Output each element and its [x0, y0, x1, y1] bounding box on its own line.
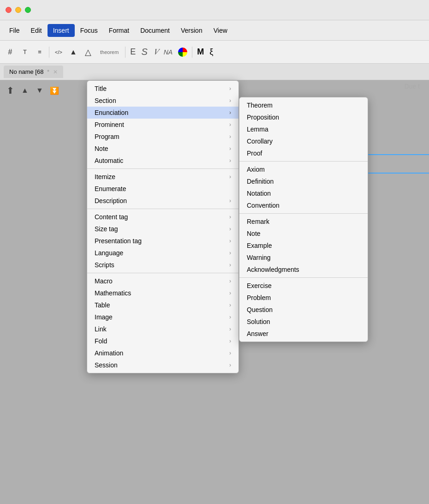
enunciation-theorem-label: Theorem — [247, 102, 360, 109]
insert-title-label: Title — [95, 85, 226, 92]
insert-title[interactable]: Title › — [87, 83, 238, 95]
insert-mathematics-arrow: › — [229, 290, 231, 296]
enunciation-acknowledgments-label: Acknowledgments — [247, 266, 360, 273]
toolbar-separator-3 — [192, 47, 192, 58]
insert-automatic[interactable]: Automatic › — [87, 155, 238, 167]
enunciation-note-label: Note — [247, 230, 360, 237]
insert-presentation-tag[interactable]: Presentation tag › — [87, 235, 238, 247]
triangle-up-icon[interactable]: ▲ — [18, 84, 31, 97]
tab-close-icon[interactable]: ✕ — [53, 69, 58, 75]
enunciation-definition[interactable]: Definition — [239, 175, 368, 187]
double-down-icon[interactable]: ⏬ — [48, 84, 61, 97]
toolbar-m: M — [195, 47, 206, 57]
insert-fold[interactable]: Fold › — [87, 335, 238, 347]
insert-section-label: Section — [95, 97, 226, 104]
menu-format[interactable]: Format — [103, 24, 135, 37]
tab-modified-indicator: * — [47, 68, 49, 75]
menu-version[interactable]: Version — [175, 24, 208, 37]
enunciation-proof[interactable]: Proof — [239, 147, 368, 159]
insert-section-arrow: › — [229, 97, 231, 104]
code-icon[interactable]: </> — [52, 46, 65, 59]
insert-scripts[interactable]: Scripts › — [87, 259, 238, 271]
arrow-up-icon[interactable]: ⬆ — [4, 84, 17, 97]
insert-macro[interactable]: Macro › — [87, 275, 238, 287]
insert-content-tag-arrow: › — [229, 214, 231, 220]
enunciation-notation-label: Notation — [247, 190, 360, 197]
enunciation-exercise[interactable]: Exercise — [239, 280, 368, 292]
toolbar-separator-2 — [125, 47, 125, 58]
insert-mathematics-label: Mathematics — [95, 289, 226, 297]
enunciation-question[interactable]: Question — [239, 304, 368, 316]
insert-prominent[interactable]: Prominent › — [87, 119, 238, 131]
up-arrow-icon[interactable]: ▲ — [67, 46, 80, 59]
enunciation-problem[interactable]: Problem — [239, 292, 368, 304]
insert-description-label: Description — [95, 197, 226, 204]
enunciation-note[interactable]: Note — [239, 228, 368, 240]
insert-note[interactable]: Note › — [87, 143, 238, 155]
menu-insert[interactable]: Insert — [48, 24, 75, 37]
insert-image[interactable]: Image › — [87, 311, 238, 323]
insert-itemize-arrow: › — [229, 174, 231, 180]
insert-scripts-arrow: › — [229, 262, 231, 268]
triangle-icon[interactable]: △ — [82, 46, 95, 59]
insert-enunciation[interactable]: Enunciation › — [87, 107, 238, 119]
triangle-down-icon[interactable]: ▼ — [33, 84, 46, 97]
insert-link[interactable]: Link › — [87, 323, 238, 335]
menu-document[interactable]: Document — [135, 24, 175, 37]
close-button[interactable] — [6, 7, 12, 13]
insert-language[interactable]: Language › — [87, 247, 238, 259]
enunciation-convention[interactable]: Convention — [239, 199, 368, 211]
enunciation-corollary-label: Corollary — [247, 138, 360, 145]
list-icon[interactable]: ≡ — [33, 46, 46, 59]
enunciation-warning-label: Warning — [247, 254, 360, 261]
insert-itemize[interactable]: Itemize › — [87, 171, 238, 183]
insert-enumerate[interactable]: Enumerate — [87, 183, 238, 195]
menu-focus[interactable]: Focus — [75, 24, 103, 37]
enunciation-corollary[interactable]: Corollary — [239, 135, 368, 147]
enunciation-axiom[interactable]: Axiom — [239, 163, 368, 175]
insert-enunciation-label: Enunciation — [95, 109, 226, 116]
toolbar-math: E — [128, 47, 137, 57]
insert-description-arrow: › — [229, 198, 231, 204]
enunciation-question-label: Question — [247, 306, 360, 313]
insert-program-arrow: › — [229, 133, 231, 140]
insert-content-tag-label: Content tag — [95, 213, 226, 221]
enunciation-proof-label: Proof — [247, 150, 360, 157]
tab-area: No name [68 * ✕ — [0, 64, 429, 80]
menu-view[interactable]: View — [208, 24, 233, 37]
insert-table-arrow: › — [229, 302, 231, 308]
maximize-button[interactable] — [25, 7, 31, 13]
enunciation-proposition[interactable]: Proposition — [239, 111, 368, 123]
enunciation-answer[interactable]: Answer — [239, 328, 368, 340]
enunciation-warning[interactable]: Warning — [239, 252, 368, 264]
insert-content-tag[interactable]: Content tag › — [87, 211, 238, 223]
enunciation-remark[interactable]: Remark — [239, 216, 368, 228]
insert-language-label: Language — [95, 249, 226, 257]
minimize-button[interactable] — [15, 7, 21, 13]
insert-description[interactable]: Description › — [87, 195, 238, 207]
insert-animation[interactable]: Animation › — [87, 347, 238, 359]
enunciation-lemma[interactable]: Lemma — [239, 123, 368, 135]
enunciation-solution[interactable]: Solution — [239, 316, 368, 328]
enunciation-theorem[interactable]: Theorem — [239, 99, 368, 111]
document-tab[interactable]: No name [68 * ✕ — [4, 66, 63, 78]
insert-program[interactable]: Program › — [87, 131, 238, 143]
insert-animation-label: Animation — [95, 349, 226, 357]
insert-mathematics[interactable]: Mathematics › — [87, 287, 238, 299]
insert-link-arrow: › — [229, 326, 231, 332]
insert-presentation-tag-arrow: › — [229, 238, 231, 244]
enunciation-notation[interactable]: Notation — [239, 187, 368, 199]
enunciation-remark-label: Remark — [247, 218, 360, 225]
traffic-lights — [6, 7, 31, 13]
menu-edit[interactable]: Edit — [25, 24, 48, 37]
insert-session[interactable]: Session › — [87, 359, 238, 371]
insert-section[interactable]: Section › — [87, 95, 238, 107]
insert-size-tag[interactable]: Size tag › — [87, 223, 238, 235]
insert-table[interactable]: Table › — [87, 299, 238, 311]
text-icon[interactable]: T — [18, 46, 31, 59]
insert-presentation-tag-label: Presentation tag — [95, 237, 226, 245]
grid-icon[interactable]: # — [4, 46, 17, 59]
menu-file[interactable]: File — [4, 24, 25, 37]
enunciation-example[interactable]: Example — [239, 240, 368, 252]
enunciation-acknowledgments[interactable]: Acknowledgments — [239, 264, 368, 276]
